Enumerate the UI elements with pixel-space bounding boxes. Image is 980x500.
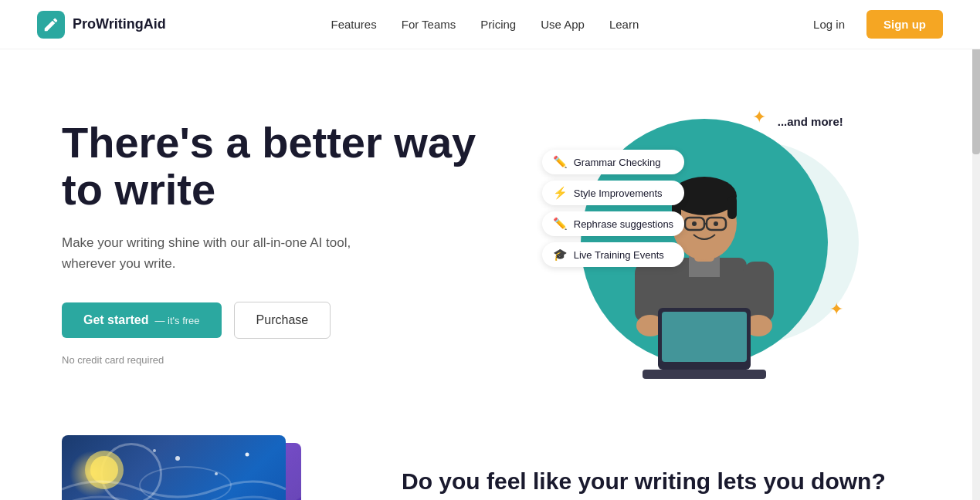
sparkle-icon-1: ✦ [752, 107, 766, 127]
logo-text: ProWritingAid [73, 16, 166, 32]
nav-item-pricing[interactable]: Pricing [480, 18, 516, 32]
sparkle-icon-2: ✦ [829, 299, 843, 319]
get-started-button[interactable]: Get started — it's free [62, 302, 222, 338]
pill-rephrase-label: Rephrase suggestions [574, 218, 673, 230]
painting-front [62, 435, 286, 500]
pill-grammar-label: Grammar Checking [574, 157, 661, 168]
svg-point-26 [246, 453, 249, 457]
logo-link[interactable]: ProWritingAid [37, 11, 166, 39]
hero-illustration: ✏️ Grammar Checking ⚡ Style Improvements… [490, 96, 919, 389]
grammar-icon: ✏️ [553, 155, 568, 169]
hero-title: There's a better way to write [62, 119, 490, 214]
bottom-image: My idea in my head [62, 435, 340, 500]
painting-stack: My idea in my head [62, 435, 324, 500]
purchase-button[interactable]: Purchase [234, 302, 331, 339]
illustration-container: ✏️ Grammar Checking ⚡ Style Improvements… [558, 103, 851, 381]
and-more-text: ...and more! [778, 115, 843, 128]
scrollbar[interactable] [972, 0, 980, 500]
pill-rephrase: ✏️ Rephrase suggestions [542, 211, 684, 236]
logo-icon [37, 11, 65, 39]
pill-training: 🎓 Live Training Events [542, 242, 684, 267]
svg-rect-17 [643, 370, 766, 379]
login-button[interactable]: Log in [804, 13, 854, 35]
pill-style-label: Style Improvements [574, 188, 663, 199]
hero-note: No credit card required [62, 354, 490, 366]
starry-svg [62, 435, 286, 500]
pill-training-label: Live Training Events [574, 249, 664, 261]
navbar: ProWritingAid Features For Teams Pricing… [0, 0, 980, 49]
svg-point-24 [175, 456, 180, 461]
nav-item-use-app[interactable]: Use App [541, 18, 585, 32]
feature-pills: ✏️ Grammar Checking ⚡ Style Improvements… [542, 150, 684, 267]
bottom-section: My idea in my head Do you feel like your… [0, 420, 980, 500]
svg-rect-18 [662, 312, 747, 362]
svg-point-25 [215, 472, 218, 475]
get-started-sub: — it's free [154, 315, 199, 326]
nav-item-for-teams[interactable]: For Teams [402, 18, 456, 32]
hero-subtitle: Make your writing shine with our all-in-… [62, 232, 386, 274]
logo-svg [42, 16, 59, 33]
nav-actions: Log in Sign up [804, 10, 943, 39]
nav-links: Features For Teams Pricing Use App Learn [331, 18, 639, 32]
hero-section: There's a better way to write Make your … [0, 49, 980, 420]
nav-item-learn[interactable]: Learn [609, 18, 639, 32]
svg-point-10 [692, 221, 697, 226]
style-icon: ⚡ [553, 186, 568, 200]
svg-point-23 [90, 456, 118, 484]
bottom-heading: Do you feel like your writing lets you d… [402, 466, 918, 496]
svg-rect-6 [727, 196, 737, 219]
rephrase-icon: ✏️ [553, 217, 568, 231]
training-icon: 🎓 [553, 248, 568, 262]
hero-content: There's a better way to write Make your … [62, 119, 490, 367]
hero-buttons: Get started — it's free Purchase [62, 302, 490, 339]
starry-night [62, 435, 286, 500]
get-started-label: Get started [83, 313, 148, 327]
svg-point-11 [714, 221, 718, 226]
svg-point-27 [153, 449, 156, 452]
pill-style: ⚡ Style Improvements [542, 181, 684, 205]
signup-button[interactable]: Sign up [866, 10, 943, 39]
nav-item-features[interactable]: Features [331, 18, 377, 32]
bottom-text: Do you feel like your writing lets you d… [402, 435, 918, 500]
pill-grammar: ✏️ Grammar Checking [542, 150, 684, 174]
